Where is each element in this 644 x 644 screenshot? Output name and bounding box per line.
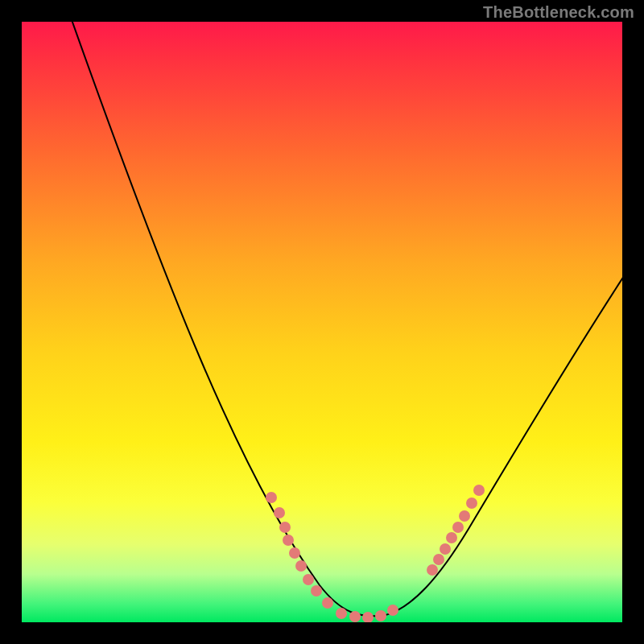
marker-dot bbox=[446, 532, 457, 543]
marker-dot bbox=[459, 510, 470, 522]
marker-dot bbox=[362, 612, 374, 622]
marker-dot bbox=[266, 492, 277, 503]
marker-dot bbox=[433, 554, 444, 565]
marker-dot bbox=[322, 597, 333, 609]
markers-left bbox=[266, 492, 333, 609]
marker-dot bbox=[427, 564, 438, 576]
marker-dot bbox=[274, 507, 285, 518]
marker-dot bbox=[440, 543, 451, 555]
marker-dot bbox=[336, 608, 347, 619]
bottleneck-chart bbox=[22, 22, 622, 622]
marker-dot bbox=[279, 522, 291, 533]
bottleneck-curve bbox=[70, 22, 622, 616]
watermark-text: TheBottleneck.com bbox=[483, 3, 634, 22]
marker-dot bbox=[473, 485, 485, 496]
marker-dot bbox=[289, 547, 300, 559]
marker-dot bbox=[466, 497, 477, 509]
markers-bottom bbox=[336, 605, 398, 622]
marker-dot bbox=[387, 605, 398, 616]
marker-dot bbox=[349, 611, 361, 622]
marker-dot bbox=[375, 610, 386, 621]
marker-dot bbox=[452, 522, 464, 533]
marker-dot bbox=[311, 585, 322, 597]
marker-dot bbox=[283, 535, 294, 546]
markers-right bbox=[427, 485, 485, 576]
marker-dot bbox=[295, 560, 307, 572]
marker-dot bbox=[303, 574, 314, 585]
